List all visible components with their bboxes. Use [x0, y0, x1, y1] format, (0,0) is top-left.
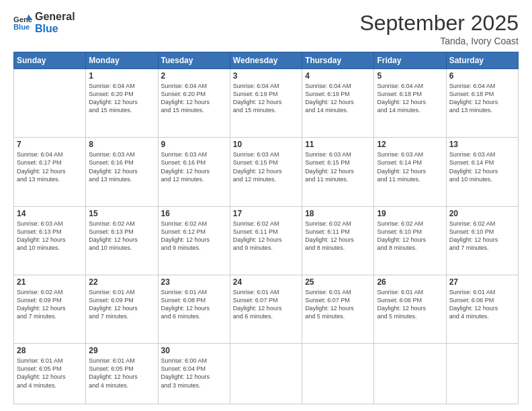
calendar-cell: 9Sunrise: 6:03 AMSunset: 6:16 PMDaylight…	[158, 138, 230, 206]
week-row-4: 21Sunrise: 6:02 AMSunset: 6:09 PMDayligh…	[14, 275, 519, 343]
day-info: Sunrise: 6:02 AMSunset: 6:13 PMDaylight:…	[89, 220, 154, 253]
day-number: 20	[449, 209, 515, 218]
col-header-saturday: Saturday	[446, 52, 518, 69]
day-info: Sunrise: 6:01 AMSunset: 6:07 PMDaylight:…	[233, 288, 299, 321]
day-info: Sunrise: 6:03 AMSunset: 6:15 PMDaylight:…	[233, 150, 299, 183]
logo-general-text: General	[35, 11, 75, 23]
day-info: Sunrise: 6:02 AMSunset: 6:10 PMDaylight:…	[377, 220, 443, 253]
day-number: 14	[17, 209, 83, 218]
day-number: 5	[377, 71, 443, 81]
day-number: 17	[233, 209, 299, 218]
day-info: Sunrise: 6:04 AMSunset: 6:20 PMDaylight:…	[89, 82, 154, 115]
calendar-cell: 24Sunrise: 6:01 AMSunset: 6:07 PMDayligh…	[230, 275, 302, 343]
title-block: September 2025 Tanda, Ivory Coast	[359, 11, 519, 46]
calendar-cell: 20Sunrise: 6:02 AMSunset: 6:10 PMDayligh…	[446, 206, 518, 275]
day-info: Sunrise: 6:01 AMSunset: 6:07 PMDaylight:…	[305, 288, 371, 321]
calendar-cell: 29Sunrise: 6:01 AMSunset: 6:05 PMDayligh…	[86, 344, 158, 404]
location-subtitle: Tanda, Ivory Coast	[359, 36, 519, 46]
calendar-cell: 30Sunrise: 6:00 AMSunset: 6:04 PMDayligh…	[158, 344, 230, 404]
day-number: 19	[377, 209, 443, 218]
calendar-cell	[446, 344, 518, 404]
logo: General Blue General Blue	[13, 11, 75, 34]
day-number: 25	[305, 277, 371, 287]
day-number: 6	[449, 71, 515, 81]
calendar-cell: 22Sunrise: 6:01 AMSunset: 6:09 PMDayligh…	[86, 275, 158, 343]
calendar-cell: 13Sunrise: 6:03 AMSunset: 6:14 PMDayligh…	[446, 138, 518, 206]
day-info: Sunrise: 6:00 AMSunset: 6:04 PMDaylight:…	[161, 357, 227, 390]
calendar-cell: 21Sunrise: 6:02 AMSunset: 6:09 PMDayligh…	[14, 275, 86, 343]
calendar-cell: 4Sunrise: 6:04 AMSunset: 6:19 PMDaylight…	[302, 69, 374, 138]
day-number: 10	[233, 140, 299, 149]
week-row-5: 28Sunrise: 6:01 AMSunset: 6:05 PMDayligh…	[14, 344, 519, 404]
month-title: September 2025	[359, 11, 519, 36]
calendar-cell	[230, 344, 302, 404]
day-info: Sunrise: 6:03 AMSunset: 6:16 PMDaylight:…	[89, 150, 154, 183]
day-number: 30	[161, 346, 227, 355]
day-number: 26	[377, 277, 443, 287]
day-number: 22	[89, 277, 154, 287]
day-info: Sunrise: 6:02 AMSunset: 6:11 PMDaylight:…	[233, 220, 299, 253]
calendar-cell: 12Sunrise: 6:03 AMSunset: 6:14 PMDayligh…	[374, 138, 446, 206]
calendar-cell: 23Sunrise: 6:01 AMSunset: 6:08 PMDayligh…	[158, 275, 230, 343]
week-row-1: 1Sunrise: 6:04 AMSunset: 6:20 PMDaylight…	[14, 69, 519, 138]
day-number: 29	[89, 346, 154, 355]
day-number: 1	[89, 71, 154, 81]
calendar-cell: 17Sunrise: 6:02 AMSunset: 6:11 PMDayligh…	[230, 206, 302, 275]
day-number: 8	[89, 140, 154, 149]
day-info: Sunrise: 6:02 AMSunset: 6:10 PMDaylight:…	[449, 220, 515, 253]
day-info: Sunrise: 6:03 AMSunset: 6:13 PMDaylight:…	[17, 220, 83, 253]
col-header-tuesday: Tuesday	[158, 52, 230, 69]
week-row-2: 7Sunrise: 6:04 AMSunset: 6:17 PMDaylight…	[14, 138, 519, 206]
calendar-cell: 25Sunrise: 6:01 AMSunset: 6:07 PMDayligh…	[302, 275, 374, 343]
day-number: 16	[161, 209, 227, 218]
day-info: Sunrise: 6:02 AMSunset: 6:12 PMDaylight:…	[161, 220, 227, 253]
calendar-cell: 16Sunrise: 6:02 AMSunset: 6:12 PMDayligh…	[158, 206, 230, 275]
calendar-table: SundayMondayTuesdayWednesdayThursdayFrid…	[13, 52, 519, 404]
calendar-cell	[302, 344, 374, 404]
day-info: Sunrise: 6:01 AMSunset: 6:09 PMDaylight:…	[89, 288, 154, 321]
col-header-wednesday: Wednesday	[230, 52, 302, 69]
day-info: Sunrise: 6:04 AMSunset: 6:19 PMDaylight:…	[233, 82, 299, 115]
day-number: 27	[449, 277, 515, 287]
day-number: 12	[377, 140, 443, 149]
day-number: 21	[17, 277, 83, 287]
day-info: Sunrise: 6:04 AMSunset: 6:18 PMDaylight:…	[377, 82, 443, 115]
calendar-cell: 8Sunrise: 6:03 AMSunset: 6:16 PMDaylight…	[86, 138, 158, 206]
calendar-cell: 1Sunrise: 6:04 AMSunset: 6:20 PMDaylight…	[86, 69, 158, 138]
day-info: Sunrise: 6:04 AMSunset: 6:20 PMDaylight:…	[161, 82, 227, 115]
day-number: 28	[17, 346, 83, 355]
calendar-cell: 10Sunrise: 6:03 AMSunset: 6:15 PMDayligh…	[230, 138, 302, 206]
calendar-cell: 15Sunrise: 6:02 AMSunset: 6:13 PMDayligh…	[86, 206, 158, 275]
page: General Blue General Blue September 2025…	[0, 0, 532, 411]
calendar-cell: 27Sunrise: 6:01 AMSunset: 6:06 PMDayligh…	[446, 275, 518, 343]
day-info: Sunrise: 6:01 AMSunset: 6:06 PMDaylight:…	[449, 288, 515, 321]
day-info: Sunrise: 6:03 AMSunset: 6:15 PMDaylight:…	[305, 150, 371, 183]
calendar-cell: 14Sunrise: 6:03 AMSunset: 6:13 PMDayligh…	[14, 206, 86, 275]
calendar-cell: 19Sunrise: 6:02 AMSunset: 6:10 PMDayligh…	[374, 206, 446, 275]
col-header-friday: Friday	[374, 52, 446, 69]
day-info: Sunrise: 6:01 AMSunset: 6:05 PMDaylight:…	[89, 357, 154, 390]
day-number: 4	[305, 71, 371, 81]
calendar-cell: 26Sunrise: 6:01 AMSunset: 6:06 PMDayligh…	[374, 275, 446, 343]
logo-blue-text: Blue	[35, 23, 75, 35]
day-info: Sunrise: 6:04 AMSunset: 6:17 PMDaylight:…	[17, 150, 83, 183]
week-row-3: 14Sunrise: 6:03 AMSunset: 6:13 PMDayligh…	[14, 206, 519, 275]
day-info: Sunrise: 6:03 AMSunset: 6:14 PMDaylight:…	[449, 150, 515, 183]
col-header-sunday: Sunday	[14, 52, 86, 69]
day-info: Sunrise: 6:04 AMSunset: 6:18 PMDaylight:…	[449, 82, 515, 115]
logo-icon: General Blue	[13, 13, 32, 32]
day-number: 23	[161, 277, 227, 287]
day-info: Sunrise: 6:02 AMSunset: 6:09 PMDaylight:…	[17, 288, 83, 321]
calendar-cell	[14, 69, 86, 138]
day-info: Sunrise: 6:04 AMSunset: 6:19 PMDaylight:…	[305, 82, 371, 115]
col-header-thursday: Thursday	[302, 52, 374, 69]
calendar-cell: 6Sunrise: 6:04 AMSunset: 6:18 PMDaylight…	[446, 69, 518, 138]
calendar-cell: 2Sunrise: 6:04 AMSunset: 6:20 PMDaylight…	[158, 69, 230, 138]
day-info: Sunrise: 6:02 AMSunset: 6:11 PMDaylight:…	[305, 220, 371, 253]
day-number: 13	[449, 140, 515, 149]
svg-text:Blue: Blue	[13, 22, 30, 30]
day-info: Sunrise: 6:03 AMSunset: 6:14 PMDaylight:…	[377, 150, 443, 183]
calendar-cell: 7Sunrise: 6:04 AMSunset: 6:17 PMDaylight…	[14, 138, 86, 206]
day-info: Sunrise: 6:01 AMSunset: 6:06 PMDaylight:…	[377, 288, 443, 321]
calendar-header-row: SundayMondayTuesdayWednesdayThursdayFrid…	[14, 52, 519, 69]
